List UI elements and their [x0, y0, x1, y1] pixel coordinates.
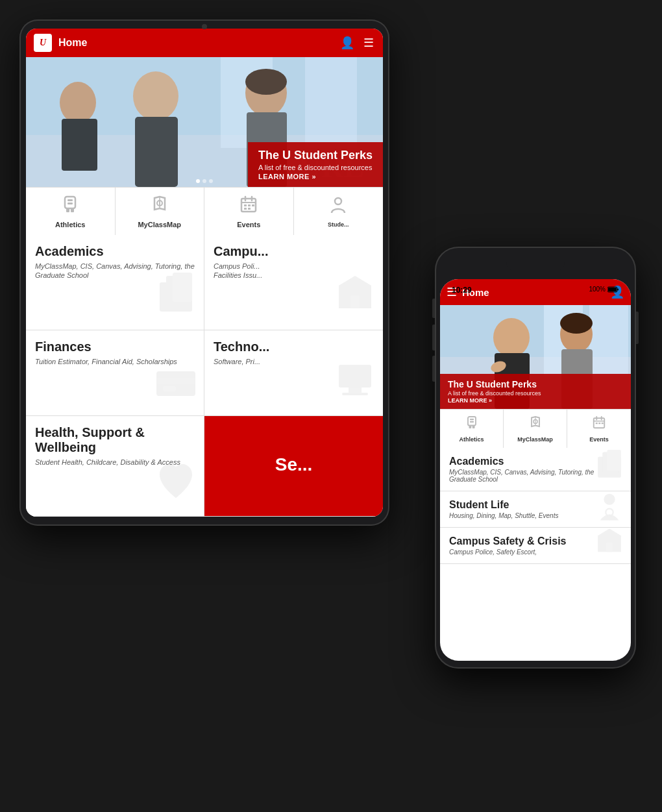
phone-campus-sub: Campus Police, Safety Escort,: [449, 548, 622, 556]
phone-mute-button: [432, 299, 435, 318]
phone-time: 10:29: [452, 286, 472, 295]
phone-events-label: Events: [589, 436, 609, 443]
phone-notch: [506, 257, 565, 271]
quick-link-myclassmap[interactable]: MyClassMap: [116, 188, 205, 235]
phone-hero-banner-link[interactable]: LEARN MORE »: [448, 397, 623, 404]
phone-studentlife-sub: Housing, Dining, Map, Shuttle, Events: [449, 512, 622, 519]
svg-rect-16: [66, 208, 69, 212]
technology-title: Techno...: [214, 339, 374, 354]
red-item-title: Se...: [275, 454, 313, 475]
quick-link-studentlife[interactable]: Stude...: [294, 188, 384, 235]
tablet-menu-grid: Academics MyClassMap, CIS, Canvas, Advis…: [26, 235, 383, 517]
hero-banner-link[interactable]: LEARN MORE »: [258, 173, 373, 180]
quick-link-myclassmap-label: MyClassMap: [138, 221, 181, 228]
svg-rect-36: [156, 378, 195, 384]
svg-rect-56: [470, 421, 474, 423]
nav-icons: 👤 ☰: [339, 34, 375, 51]
svg-rect-67: [602, 423, 604, 424]
events-quick-icon: [238, 194, 259, 218]
phone-myclassmap-label: MyClassMap: [517, 436, 553, 443]
phone-menu-campus[interactable]: Campus Safety & Crisis Campus Police, Sa…: [440, 528, 631, 564]
hero-banner-title: The U Student Perks: [258, 149, 373, 162]
athletics-quick-icon: [60, 194, 80, 218]
hero-dots: [196, 179, 213, 183]
svg-point-51: [560, 313, 593, 334]
svg-rect-42: [608, 288, 617, 291]
phone-academics-title: Academics: [449, 456, 622, 467]
studentlife-quick-icon: [328, 195, 349, 219]
phone-device: 10:29 100% ☰ Home 👤: [435, 247, 636, 669]
tablet-hero: URL The U Student Perks A list of free &…: [26, 57, 383, 187]
phone-menu-studentlife[interactable]: Student Life Housing, Dining, Map, Shutt…: [440, 491, 631, 528]
phone-myclassmap-icon: [528, 415, 543, 434]
phone-hero-banner-sub: A list of free & discounted resources: [448, 390, 623, 397]
phone-athletics-icon: [464, 415, 480, 434]
phone-screen: 10:29 100% ☰ Home 👤: [440, 279, 631, 661]
finances-sub: Tuition Estimator, Financial Aid, Schola…: [35, 357, 195, 366]
svg-rect-29: [248, 208, 251, 210]
menu-item-academics[interactable]: Academics MyClassMap, CIS, Canvas, Advis…: [26, 235, 204, 330]
svg-rect-58: [472, 426, 474, 429]
hero-dot-2: [202, 179, 206, 183]
quick-link-events-label: Events: [237, 221, 260, 228]
svg-rect-17: [71, 208, 74, 212]
quick-link-athletics-label: Athletics: [55, 221, 85, 228]
phone-quick-links: Athletics MyClassMap: [440, 409, 631, 448]
academics-sub: MyClassMap, CIS, Canvas, Advising, Tutor…: [35, 262, 195, 280]
tablet-screen: U Home 👤 ☰: [26, 29, 383, 517]
svg-rect-25: [244, 204, 247, 206]
hero-dot-3: [209, 179, 213, 183]
menu-item-red[interactable]: Se...: [204, 416, 383, 517]
phone-status-bar: 10:29 100%: [440, 279, 631, 312]
menu-item-health[interactable]: Health, Support & Wellbeing Student Heal…: [26, 416, 204, 517]
svg-rect-27: [252, 204, 254, 206]
phone-vol-down-button: [432, 356, 435, 382]
academics-title: Academics: [35, 244, 195, 259]
phone-quick-link-athletics[interactable]: Athletics: [440, 410, 504, 448]
svg-rect-34: [350, 295, 360, 308]
phone-vol-up-button: [432, 325, 435, 351]
phone-events-icon: [591, 415, 607, 434]
user-icon[interactable]: 👤: [339, 34, 356, 51]
university-logo: U: [34, 34, 52, 52]
svg-rect-26: [248, 204, 251, 206]
hero-dot-1: [196, 179, 200, 183]
phone-studentlife-title: Student Life: [449, 499, 622, 511]
svg-rect-43: [617, 288, 619, 290]
phone-quick-link-myclassmap[interactable]: MyClassMap: [504, 410, 567, 448]
svg-rect-55: [470, 419, 474, 420]
nav-title: Home: [58, 37, 339, 49]
menu-item-finances[interactable]: Finances Tuition Estimator, Financial Ai…: [26, 330, 204, 416]
svg-rect-39: [349, 388, 362, 393]
svg-point-48: [493, 318, 530, 357]
phone-menu-academics[interactable]: Academics MyClassMap, CIS, Canvas, Advis…: [440, 448, 631, 491]
tablet-nav-bar: U Home 👤 ☰: [26, 29, 383, 57]
phone-menu-list: Academics MyClassMap, CIS, Canvas, Advis…: [440, 448, 631, 661]
svg-rect-57: [469, 426, 471, 429]
myclassmap-quick-icon: [149, 194, 170, 218]
svg-rect-38: [339, 365, 371, 388]
svg-rect-47: [589, 305, 628, 376]
health-title: Health, Support & Wellbeing: [35, 425, 195, 455]
svg-rect-14: [67, 199, 73, 201]
svg-rect-28: [244, 208, 247, 210]
menu-item-technology[interactable]: Techno... Software, Pri...: [204, 330, 383, 416]
quick-link-events[interactable]: Events: [204, 188, 294, 235]
menu-item-campus[interactable]: Campu... Campus Poli...Facilities Issu..…: [204, 235, 383, 330]
svg-rect-40: [342, 393, 368, 395]
health-sub: Student Health, Childcare, Disability & …: [35, 458, 195, 467]
menu-icon[interactable]: ☰: [362, 34, 375, 51]
tablet-quick-links: Athletics MyClassMap: [26, 187, 383, 235]
quick-link-athletics[interactable]: Athletics: [26, 188, 116, 235]
phone-quick-link-events[interactable]: Events: [567, 410, 631, 448]
phone-hero-banner[interactable]: The U Student Perks A list of free & dis…: [440, 374, 631, 409]
svg-rect-15: [67, 203, 73, 204]
phone-campus-title: Campus Safety & Crisis: [449, 535, 622, 547]
svg-rect-65: [596, 423, 598, 424]
phone-athletics-label: Athletics: [459, 436, 484, 443]
tablet-device: U Home 👤 ☰: [19, 19, 389, 526]
tablet-camera: [202, 24, 207, 29]
phone-hero: The U Student Perks A list of free & dis…: [440, 305, 631, 409]
finances-title: Finances: [35, 339, 195, 354]
hero-banner[interactable]: The U Student Perks A list of free & dis…: [248, 142, 383, 187]
